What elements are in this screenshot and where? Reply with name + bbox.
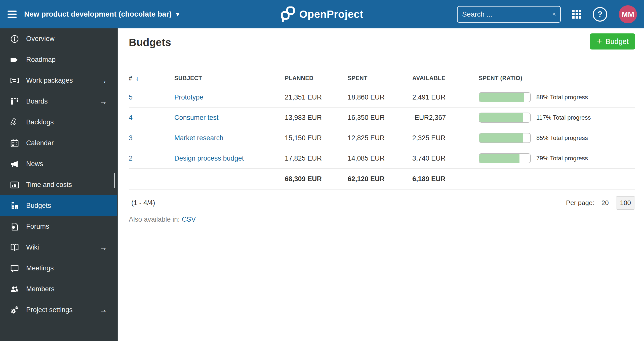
budget-icon [10, 201, 20, 211]
gears-icon [10, 305, 20, 315]
sidebar-item-label: Backlogs [26, 118, 107, 126]
available-value: -EUR2,367 [412, 114, 479, 122]
budget-subject-link[interactable]: Market research [174, 134, 223, 142]
column-header-subject[interactable]: SUBJECT [174, 75, 285, 82]
sidebar-item-overview[interactable]: Overview [0, 28, 117, 49]
budget-id-link[interactable]: 5 [129, 93, 133, 101]
table-row: 4 Consumer test 13,983 EUR 16,350 EUR -E… [129, 108, 635, 128]
sidebar-item-forums[interactable]: Forums [0, 216, 117, 237]
view-list-icon [10, 76, 20, 86]
modules-grid-icon[interactable] [572, 10, 581, 19]
budget-subject-link[interactable]: Consumer test [174, 114, 219, 121]
kanban-icon [10, 96, 20, 107]
progress-bar [479, 113, 531, 123]
avatar[interactable]: MM [619, 5, 637, 23]
sidebar-item-label: Members [26, 285, 107, 293]
table-totals-row: 68,309 EUR 62,120 EUR 6,189 EUR [129, 169, 635, 189]
project-selector[interactable]: New product development (chocolate bar) … [24, 10, 179, 18]
page-title: Budgets [129, 36, 171, 48]
per-page-option-100[interactable]: 100 [616, 196, 635, 210]
budget-id-link[interactable]: 4 [129, 114, 133, 121]
progress-bar [479, 153, 531, 163]
planned-value: 17,825 EUR [285, 155, 348, 162]
chart-icon [10, 180, 20, 190]
table-header-row: #↓ SUBJECT PLANNED SPENT AVAILABLE SPENT… [129, 70, 635, 87]
search-box[interactable] [457, 6, 561, 23]
progress-label: 88% Total progress [536, 94, 588, 101]
main-content: Budgets + Budget #↓ SUBJECT PLANNED SPEN… [119, 28, 644, 341]
budget-subject-link[interactable]: Design process budget [174, 155, 244, 162]
total-spent: 62,120 EUR [348, 175, 412, 183]
sidebar-item-boards[interactable]: Boards → [0, 91, 117, 112]
sidebar-item-budgets[interactable]: Budgets [0, 195, 117, 216]
sidebar-item-label: Work packages [26, 77, 97, 84]
help-icon[interactable]: ? [593, 7, 607, 22]
progress-bar [479, 133, 531, 143]
sidebar-item-work-packages[interactable]: Work packages → [0, 70, 117, 91]
budget-id-link[interactable]: 2 [129, 155, 133, 162]
megaphone-icon [10, 159, 20, 169]
progress-label: 117% Total progress [536, 114, 591, 121]
chevron-down-icon: ▾ [176, 11, 179, 18]
arrow-right-icon[interactable]: → [97, 305, 107, 315]
openproject-logo[interactable]: OpenProject [280, 0, 363, 28]
people-icon [10, 284, 20, 294]
available-value: 3,740 EUR [412, 155, 479, 162]
search-icon[interactable] [553, 10, 556, 19]
hamburger-menu-icon[interactable] [2, 0, 22, 28]
tag-icon [10, 55, 20, 65]
column-header-spent[interactable]: SPENT [348, 75, 412, 82]
sidebar-item-meetings[interactable]: Meetings [0, 258, 117, 279]
sidebar-item-label: Calendar [26, 139, 107, 147]
spent-value: 18,860 EUR [348, 93, 412, 101]
sidebar-item-label: Wiki [26, 243, 97, 251]
sidebar: Overview Roadmap Work packages → Boards … [0, 28, 118, 341]
openproject-logo-mark [280, 6, 295, 22]
sidebar-item-time-and-costs[interactable]: Time and costs [0, 174, 117, 195]
progress-bar-fill [479, 133, 523, 142]
sidebar-item-roadmap[interactable]: Roadmap [0, 49, 117, 70]
logo-text: OpenProject [299, 8, 363, 20]
spent-value: 14,085 EUR [348, 155, 412, 162]
sort-desc-icon[interactable]: ↓ [136, 74, 139, 82]
table-row: 3 Market research 15,150 EUR 12,825 EUR … [129, 128, 635, 148]
planned-value: 13,983 EUR [285, 114, 348, 122]
progress-bar-fill [479, 93, 524, 102]
header-tools: ? MM [457, 0, 637, 28]
sidebar-item-backlogs[interactable]: Backlogs [0, 112, 117, 133]
search-input[interactable] [462, 10, 553, 18]
per-page-option-20[interactable]: 20 [601, 199, 609, 207]
sidebar-item-label: Budgets [26, 202, 107, 210]
budget-id-link[interactable]: 3 [129, 134, 133, 142]
total-available: 6,189 EUR [412, 175, 479, 183]
progress-label: 85% Total progress [536, 134, 588, 141]
column-header-spent-ratio[interactable]: SPENT (RATIO) [479, 75, 635, 82]
budget-subject-link[interactable]: Prototype [174, 93, 204, 101]
pagination-range: (1 - 4/4) [131, 199, 155, 207]
sidebar-item-label: Project settings [26, 306, 97, 314]
progress-bar-fill [479, 154, 519, 163]
export-bar: Also available in:CSV [129, 216, 196, 223]
pagination-bar: (1 - 4/4) Per page: 20 100 [129, 195, 635, 210]
arrow-right-icon[interactable]: → [97, 97, 107, 106]
sidebar-item-project-settings[interactable]: Project settings → [0, 300, 117, 320]
sidebar-item-wiki[interactable]: Wiki → [0, 237, 117, 258]
column-header-id[interactable]: #↓ [129, 74, 174, 82]
total-planned: 68,309 EUR [285, 175, 348, 183]
calendar-icon [10, 138, 20, 148]
column-header-available[interactable]: AVAILABLE [412, 75, 479, 82]
arrow-right-icon[interactable]: → [97, 243, 107, 252]
per-page-label: Per page: [566, 199, 594, 207]
sidebar-item-calendar[interactable]: Calendar [0, 133, 117, 154]
add-budget-button[interactable]: + Budget [590, 33, 635, 50]
info-icon [10, 34, 20, 44]
column-header-planned[interactable]: PLANNED [285, 75, 348, 82]
sidebar-item-label: Forums [26, 223, 107, 230]
sidebar-item-members[interactable]: Members [0, 279, 117, 300]
book-icon [10, 242, 20, 253]
csv-export-link[interactable]: CSV [182, 216, 196, 223]
arrow-right-icon[interactable]: → [97, 76, 107, 85]
forum-icon [10, 222, 20, 232]
sidebar-scrollbar[interactable] [114, 173, 115, 188]
sidebar-item-news[interactable]: News [0, 154, 117, 174]
